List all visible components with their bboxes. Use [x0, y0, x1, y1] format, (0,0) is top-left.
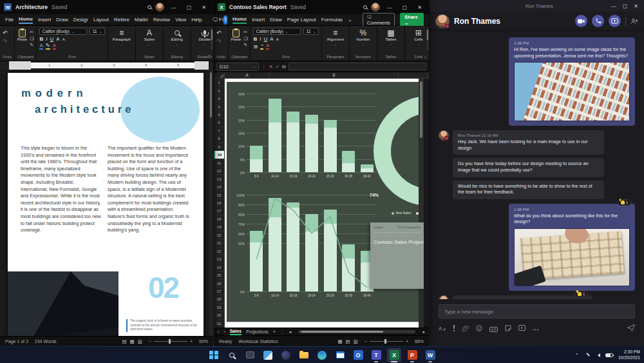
menu-item-view[interactable]: View	[175, 17, 186, 23]
row-header-9[interactable]: 9	[214, 143, 224, 151]
received-message[interactable]: Do you have time today before our design…	[453, 158, 604, 177]
clipboard-small-icons[interactable]: ✂❏✎	[243, 28, 247, 48]
paste-button[interactable]: Paste	[231, 28, 241, 41]
print-layout-icon[interactable]: ▦	[130, 338, 135, 344]
row-header-27[interactable]: 27	[214, 288, 224, 295]
workbook-statistics[interactable]: Workbook Statistics	[238, 339, 278, 344]
editing-button[interactable]: Editing⌄	[166, 28, 188, 46]
name-box[interactable]: D10⌄	[216, 63, 259, 71]
audio-call-button[interactable]	[592, 15, 604, 27]
excel-zoom-level[interactable]: 86%	[415, 339, 424, 344]
ribbon-collapse-icon[interactable]: ⌃	[207, 54, 211, 59]
bold-button[interactable]: B	[39, 36, 43, 42]
select-all-corner[interactable]	[214, 72, 225, 78]
comments-icon[interactable]: 🗨	[213, 17, 218, 23]
row-header-28[interactable]: 28	[214, 295, 224, 303]
menu-item-home[interactable]: Home	[19, 16, 33, 24]
row-header-25[interactable]: 25	[214, 271, 224, 279]
sheet-prev-icon[interactable]: ‹	[218, 329, 219, 334]
menu-item-insert[interactable]: Insert	[252, 17, 265, 23]
row-header-19[interactable]: 19	[214, 223, 224, 231]
close-button[interactable]: ✕	[414, 5, 425, 10]
row-header-11[interactable]: 11	[214, 159, 224, 167]
row-header-3[interactable]: 3	[214, 95, 224, 103]
taskbar-task-view[interactable]	[243, 348, 257, 362]
row-header-22[interactable]: 22	[214, 248, 224, 255]
powerpoint-slide-preview[interactable]: ContosoFY 22 Company Ove Contoso Sales P…	[370, 222, 424, 289]
taskbar-widgets[interactable]	[261, 348, 275, 362]
page-break-icon[interactable]: ▥	[354, 338, 358, 344]
stream-icon[interactable]	[518, 325, 526, 332]
search-icon[interactable]	[147, 5, 151, 9]
row-header-1[interactable]: 1	[214, 79, 224, 86]
styles-button[interactable]: AStyles⌄	[138, 28, 160, 46]
minimize-button[interactable]: —	[384, 5, 395, 10]
menu-item-layout[interactable]: Layout	[93, 17, 109, 23]
excel-horizontal-scrollbar[interactable]	[298, 330, 415, 333]
account-avatar[interactable]	[155, 3, 164, 12]
font-color-button[interactable]: A	[266, 43, 269, 50]
redo-icon[interactable]: ↷	[3, 38, 8, 44]
row-header-13[interactable]: 13	[214, 175, 224, 182]
video-call-button[interactable]	[575, 15, 587, 27]
attach-icon[interactable]	[462, 325, 469, 333]
word-word-count[interactable]: 234 Words	[35, 339, 57, 344]
hscroll-right-icon[interactable]: ▸	[422, 329, 425, 335]
web-layout-icon[interactable]: ▥	[138, 338, 142, 344]
add-person-icon[interactable]	[630, 15, 638, 27]
minimize-button[interactable]: —	[608, 3, 620, 9]
font-name-select[interactable]: Calibri (Body) ⌄	[253, 28, 301, 35]
received-message[interactable]: Ron Thames 11:19 AMHey Jack. We have bee…	[453, 130, 604, 155]
fx-icon[interactable]: fx	[282, 64, 286, 70]
clock[interactable]: 2:30 PM 10/20/2021	[618, 349, 640, 360]
font-color-button[interactable]: A	[53, 43, 56, 50]
menu-item-mailin[interactable]: Mailin	[135, 17, 148, 23]
taskbar-word[interactable]: W	[423, 348, 437, 362]
column-header-b[interactable]: B	[270, 72, 399, 78]
menu-item-draw[interactable]: Draw	[270, 17, 282, 23]
search-icon[interactable]	[363, 5, 367, 9]
underline-button[interactable]: U	[50, 36, 54, 42]
comments-button[interactable]: 🗨 Comments	[363, 13, 395, 27]
battery-icon[interactable]	[605, 353, 613, 357]
row-header-31[interactable]: 31	[214, 320, 224, 328]
menu-item-review[interactable]: Review	[153, 17, 170, 23]
contact-avatar[interactable]	[439, 130, 449, 141]
row-header-12[interactable]: 12	[214, 167, 224, 175]
undo-redo[interactable]: ↶↷	[216, 28, 222, 44]
cancel-icon[interactable]: ✕	[269, 64, 273, 70]
more-icon[interactable]	[533, 326, 539, 332]
row-header-17[interactable]: 17	[214, 207, 224, 215]
font-size-select[interactable]: 11 ⌄	[303, 28, 318, 35]
menu-item-desigr[interactable]: Desigr	[73, 17, 88, 23]
row-header-15[interactable]: 15	[214, 191, 224, 199]
menu-item-insert[interactable]: Insert	[38, 17, 51, 23]
taskbar-teams[interactable]: T	[369, 348, 383, 362]
menu-overflow-icon[interactable]: ⌄	[348, 17, 352, 23]
share-button[interactable]: Share ⌄	[400, 13, 424, 27]
taskbar-start[interactable]	[207, 348, 221, 362]
redo-icon[interactable]: ↷	[216, 38, 222, 44]
italic-button[interactable]: I	[260, 36, 261, 42]
row-header-14[interactable]: 14	[214, 183, 224, 191]
sent-message[interactable]: 1:08 PM 1What do you think about somethi…	[509, 204, 635, 291]
sheet-tab-sales[interactable]: Sales	[230, 329, 242, 335]
menu-item-page-layout[interactable]: Page Layout	[287, 17, 316, 23]
shrink-font-button[interactable]: A	[276, 37, 279, 41]
menu-item-draw[interactable]: Draw	[56, 17, 68, 23]
teams-message-list[interactable]: 1:08 PMHi Ron, I've been working on some…	[430, 31, 644, 299]
menu-item-refere[interactable]: Refere	[114, 17, 129, 23]
wifi-icon[interactable]	[582, 351, 591, 360]
row-header-26[interactable]: 26	[214, 279, 224, 287]
giphy-icon[interactable]: GIF	[489, 326, 498, 332]
ribbon-scrollbar[interactable]	[426, 28, 429, 50]
enter-icon[interactable]: ✓	[276, 64, 279, 70]
building-image[interactable]	[514, 62, 630, 121]
screen-share-button[interactable]	[609, 15, 621, 27]
row-header-24[interactable]: 24	[214, 263, 224, 271]
excel-zoom-control[interactable]: −+	[365, 339, 408, 344]
importance-icon[interactable]	[453, 325, 455, 333]
reaction-badge[interactable]: 1	[618, 199, 631, 206]
shrink-font-button[interactable]: A	[62, 37, 65, 41]
undo-redo[interactable]: ↶↷	[3, 28, 8, 44]
